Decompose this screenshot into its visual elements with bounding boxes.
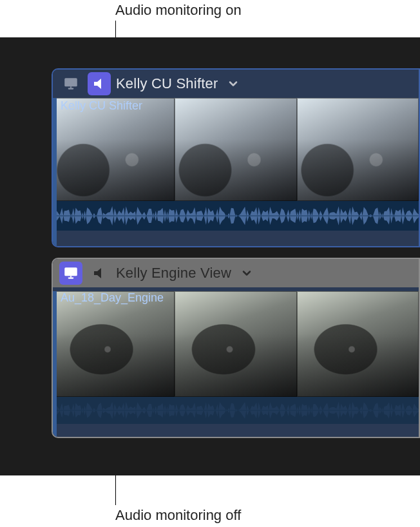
audio-waveform[interactable] xyxy=(53,397,419,424)
callout-audio-off: Audio monitoring off xyxy=(115,507,241,524)
angle-title[interactable]: Kelly Engine View xyxy=(116,265,231,282)
thumbnail-frame[interactable] xyxy=(53,98,175,201)
chevron-down-icon xyxy=(227,77,240,90)
monitor-icon xyxy=(62,265,79,282)
video-monitor-button[interactable] xyxy=(59,262,82,285)
clip-start-edge[interactable] xyxy=(53,98,57,246)
angle-title[interactable]: Kelly CU Shifter xyxy=(116,75,218,92)
speaker-icon xyxy=(91,265,107,281)
angle-menu-button[interactable] xyxy=(227,77,240,90)
filmstrip[interactable] xyxy=(53,291,419,397)
angle-2[interactable]: Kelly Engine View Au_18_Day_Engine xyxy=(52,258,420,438)
video-monitor-button[interactable] xyxy=(59,72,82,95)
filmstrip[interactable] xyxy=(53,98,419,201)
angle-viewer-panel: Kelly CU Shifter Kelly CU Shifter xyxy=(0,37,420,475)
angle-header: Kelly Engine View xyxy=(53,259,419,287)
svg-rect-6 xyxy=(70,276,72,277)
thumbnail-frame[interactable] xyxy=(175,291,296,397)
speaker-icon xyxy=(91,76,107,91)
chevron-down-icon xyxy=(240,267,253,280)
angle-menu-button[interactable] xyxy=(240,267,253,280)
thumbnail-frame[interactable] xyxy=(175,98,296,201)
svg-rect-1 xyxy=(68,88,74,90)
angle-header: Kelly CU Shifter xyxy=(53,70,419,98)
angles-container: Kelly CU Shifter Kelly CU Shifter xyxy=(52,68,420,445)
svg-rect-0 xyxy=(64,78,77,86)
clip-name-label: Au_18_Day_Engine xyxy=(61,291,164,305)
svg-rect-4 xyxy=(64,267,77,276)
callout-audio-on: Audio monitoring on xyxy=(115,2,242,19)
thumbnail-frame[interactable] xyxy=(297,98,419,201)
svg-rect-5 xyxy=(68,278,74,279)
audio-monitor-button[interactable] xyxy=(88,72,111,95)
monitor-icon xyxy=(62,75,79,92)
thumbnail-frame[interactable] xyxy=(53,291,175,397)
svg-rect-2 xyxy=(70,86,72,88)
clip-name-label: Kelly CU Shifter xyxy=(61,99,142,113)
angle-1[interactable]: Kelly CU Shifter Kelly CU Shifter xyxy=(52,68,420,247)
thumbnail-frame[interactable] xyxy=(297,291,419,397)
audio-waveform[interactable] xyxy=(53,201,419,231)
audio-monitor-button[interactable] xyxy=(88,262,111,285)
clip-start-edge[interactable] xyxy=(53,291,57,437)
